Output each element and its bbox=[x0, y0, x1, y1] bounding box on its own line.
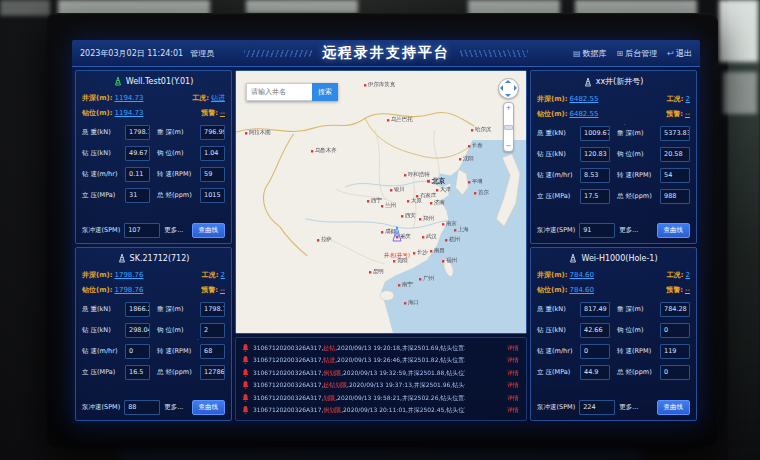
log-row: 31067120200326A317,倒划眼,2020/09/13 20:11:… bbox=[242, 405, 520, 416]
city-label: 广州 bbox=[419, 275, 434, 283]
zoom-in-icon[interactable]: + bbox=[506, 104, 512, 112]
pan-left-icon bbox=[500, 85, 503, 91]
well-name: Wei-H1000(Hole-1) bbox=[581, 254, 657, 263]
antenna-icon bbox=[118, 253, 126, 263]
log-detail-button[interactable]: 详情 bbox=[507, 381, 519, 390]
city-label: 首尔 bbox=[474, 189, 489, 197]
pump-rate-label: 泵冲速(SPM) bbox=[82, 403, 120, 412]
more-link[interactable]: 更多... bbox=[164, 226, 183, 235]
param-grid: 悬 重(kN)817.49垂 深(m)784.28钻 压(kN)42.66钩 位… bbox=[537, 302, 690, 380]
param-label: 钻 压(kN) bbox=[82, 149, 122, 158]
map-zoom-control[interactable]: + − bbox=[503, 102, 514, 152]
map-pan-control[interactable] bbox=[498, 78, 519, 99]
photo-background: 2023年03月02日 11:24:01 管理员 远程录井支持平台 ▤ 数据库 … bbox=[0, 0, 760, 460]
well-marker[interactable] bbox=[390, 226, 403, 247]
param-value-box: 0 bbox=[660, 323, 690, 338]
param-value-box: 127865 bbox=[200, 365, 225, 380]
city-label: 海口 bbox=[404, 299, 419, 307]
china-map[interactable]: 搜索 + − 阿拉木图伊尔库茨克乌兰巴托哈尔滨长春沈阳呼和浩特北京天津石家庄太原… bbox=[235, 70, 527, 334]
param-cell: 立 压(MPa)16.5 bbox=[82, 365, 150, 380]
city-label: 福州 bbox=[442, 257, 457, 265]
background-paper bbox=[719, 0, 758, 62]
param-label: 钻 压(kN) bbox=[537, 326, 577, 335]
param-label: 垂 深(m) bbox=[157, 128, 197, 137]
page-title: 远程录井支持平台 bbox=[322, 44, 450, 62]
param-cell: 钻 压(kN)120.83 bbox=[537, 147, 610, 162]
param-cell: 转 速(RPM)119 bbox=[617, 344, 690, 359]
param-label: 总 烃(ppm) bbox=[617, 192, 657, 201]
param-cell: 总 烃(ppm)988 bbox=[617, 189, 690, 204]
log-detail-button[interactable]: 详情 bbox=[507, 356, 519, 365]
param-cell: 钻 速(m/hr)0 bbox=[82, 344, 150, 359]
view-curve-button[interactable]: 查曲线 bbox=[192, 223, 226, 238]
alarm-bell-icon bbox=[242, 381, 249, 389]
admin-icon: ⊞ bbox=[617, 49, 624, 58]
param-label: 垂 深(m) bbox=[157, 305, 197, 314]
working-condition: 工况:2 bbox=[667, 94, 690, 104]
search-input[interactable] bbox=[246, 83, 312, 101]
well-panel: xx井(新井号) 井深(m):6482.55 工况:2 钻位(m):6482.5… bbox=[530, 70, 697, 244]
bit-position: 钻位(m):6482.55 bbox=[537, 109, 598, 119]
more-link[interactable]: 更多... bbox=[619, 226, 638, 235]
city-label: 杭州 bbox=[445, 236, 460, 244]
search-button[interactable]: 搜索 bbox=[312, 83, 338, 101]
more-link[interactable]: 更多... bbox=[619, 403, 638, 412]
city-label: 上海 bbox=[454, 226, 469, 234]
pan-right-icon bbox=[514, 85, 517, 91]
param-value-box: 54 bbox=[660, 168, 690, 183]
database-button-label: 数据库 bbox=[583, 48, 607, 59]
city-label: 昆明 bbox=[369, 268, 384, 276]
param-cell: 钻 压(kN)298.04 bbox=[82, 323, 150, 338]
param-cell: 垂 深(m)796.99 bbox=[157, 125, 225, 140]
log-detail-button[interactable]: 详情 bbox=[507, 343, 519, 352]
city-label: 兰州 bbox=[381, 202, 396, 210]
param-label: 钩 位(m) bbox=[617, 150, 657, 159]
logout-button[interactable]: ↩ 退出 bbox=[667, 48, 692, 59]
param-label: 总 烃(ppm) bbox=[157, 368, 197, 377]
param-value-box: 59 bbox=[200, 167, 225, 182]
view-curve-button[interactable]: 查曲线 bbox=[657, 223, 691, 238]
city-label: 南宁 bbox=[398, 281, 413, 289]
admin-button-label: 后台管理 bbox=[625, 48, 657, 59]
zoom-slider-handle[interactable] bbox=[504, 125, 513, 130]
param-value-box: 20.58 bbox=[660, 147, 690, 162]
param-label: 立 压(MPa) bbox=[82, 191, 122, 200]
city-label: 哈尔滨 bbox=[471, 126, 491, 134]
param-label: 悬 重(kN) bbox=[537, 305, 577, 314]
param-value-box: 68 bbox=[200, 344, 225, 359]
city-label: 长春 bbox=[468, 142, 483, 150]
param-label: 悬 重(kN) bbox=[82, 128, 122, 137]
more-link[interactable]: 更多... bbox=[164, 403, 183, 412]
database-button[interactable]: ▤ 数据库 bbox=[573, 48, 607, 59]
monitor-bezel: 2023年03月02日 11:24:01 管理员 远程录井支持平台 ▤ 数据库 … bbox=[46, 13, 718, 447]
log-detail-button[interactable]: 详情 bbox=[507, 394, 519, 403]
bit-position: 钻位(m):1194.73 bbox=[82, 108, 143, 118]
zoom-out-icon[interactable]: − bbox=[506, 142, 512, 150]
param-cell: 钻 压(kN)42.66 bbox=[537, 323, 610, 338]
param-value-box: 817.49 bbox=[580, 302, 610, 317]
title-decoration-left bbox=[244, 50, 312, 57]
current-user-label: 管理员 bbox=[190, 48, 214, 59]
view-curve-button[interactable]: 查曲线 bbox=[192, 400, 226, 415]
param-cell: 钻 速(m/hr)0.11 bbox=[82, 167, 150, 182]
view-curve-button[interactable]: 查曲线 bbox=[657, 400, 691, 415]
param-value-box: 1.04 bbox=[200, 146, 225, 161]
param-label: 钻 压(kN) bbox=[82, 326, 122, 335]
city-label: 乌兰巴托 bbox=[387, 116, 413, 124]
param-cell: 钻 速(m/hr)8.53 bbox=[537, 168, 610, 183]
well-depth: 井深(m):6482.55 bbox=[537, 94, 598, 104]
alarm-status: 预警:-- bbox=[666, 285, 690, 295]
log-detail-button[interactable]: 详情 bbox=[507, 406, 519, 415]
log-detail-button[interactable]: 详情 bbox=[507, 368, 519, 377]
well-name: Well.Test01(Y.01) bbox=[126, 77, 194, 86]
param-cell: 钻 压(kN)49.67 bbox=[82, 146, 150, 161]
log-row: 31067120200326A317,起钻,2020/09/13 19:20:1… bbox=[242, 342, 520, 353]
well-panel-header: xx井(新井号) bbox=[537, 75, 690, 90]
screen-reflection bbox=[120, 450, 640, 460]
alarm-status: 预警:-- bbox=[666, 109, 690, 119]
param-value-box: 0 bbox=[125, 344, 150, 359]
param-value-box: 5373.83 bbox=[660, 126, 690, 141]
param-value-box: 1798.73 bbox=[125, 125, 150, 140]
admin-button[interactable]: ⊞ 后台管理 bbox=[617, 48, 658, 59]
top-bar: 2023年03月02日 11:24:01 管理员 远程录井支持平台 ▤ 数据库 … bbox=[72, 40, 700, 67]
